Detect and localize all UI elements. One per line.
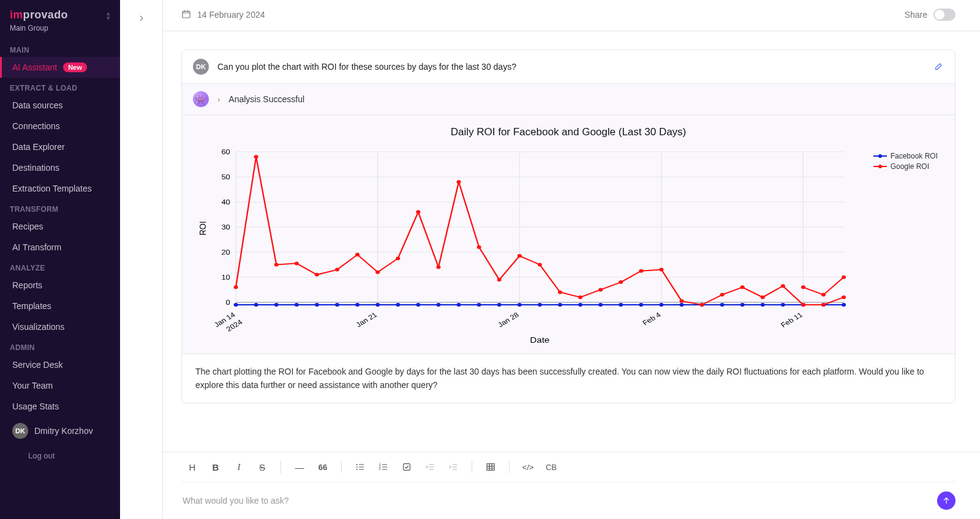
svg-text:60: 60 [221, 148, 230, 156]
svg-point-88 [801, 303, 805, 307]
svg-point-79 [619, 280, 623, 284]
svg-point-43 [518, 303, 522, 307]
assistant-avatar: 👾 [193, 91, 209, 107]
nav-service-desk[interactable]: Service Desk [0, 354, 120, 375]
nav-destinations[interactable]: Destinations [0, 157, 120, 178]
svg-point-47 [598, 303, 603, 307]
indent-button[interactable] [445, 458, 462, 476]
svg-point-35 [355, 303, 360, 307]
chat-card: DK Can you plot the chart with ROI for t… [181, 50, 956, 403]
svg-point-72 [477, 245, 481, 249]
svg-point-96 [356, 469, 358, 470]
svg-point-51 [679, 303, 684, 307]
svg-text:0: 0 [226, 299, 231, 307]
code-button[interactable]: </> [519, 458, 537, 476]
svg-text:Feb 11: Feb 11 [779, 311, 805, 329]
bullet-list-button[interactable] [352, 458, 369, 476]
nav-visualizations[interactable]: Visualizations [0, 316, 120, 337]
nav-extraction-templates[interactable]: Extraction Templates [0, 178, 120, 199]
svg-point-39 [436, 303, 440, 307]
svg-point-65 [335, 268, 339, 272]
prompt-text: Can you plot the chart with ROI for thes… [217, 62, 925, 72]
nav-data-sources[interactable]: Data sources [0, 95, 120, 116]
legend-label-google: Google ROI [891, 162, 929, 171]
svg-text:3: 3 [379, 468, 381, 471]
legend-label-facebook: Facebook ROI [891, 152, 938, 160]
svg-point-59 [842, 303, 846, 307]
nav-templates[interactable]: Templates [0, 296, 120, 316]
logout-button[interactable]: Log out [0, 445, 120, 469]
svg-point-71 [456, 180, 461, 184]
nav-ai-assistant[interactable]: AI Assistant New [0, 57, 120, 78]
svg-text:Jan 28: Jan 28 [496, 311, 521, 329]
svg-point-92 [821, 293, 826, 297]
bold-button[interactable]: B [207, 458, 224, 476]
response-summary: The chart plotting the ROI for Facebook … [182, 354, 955, 403]
heading-button[interactable]: H [184, 458, 201, 476]
svg-text:ROI: ROI [197, 221, 208, 235]
svg-rect-101 [487, 464, 494, 471]
svg-point-73 [497, 278, 502, 282]
svg-point-89 [821, 303, 826, 307]
svg-point-46 [578, 303, 582, 307]
svg-point-48 [619, 303, 623, 307]
svg-point-53 [720, 303, 725, 307]
group-switcher-icon[interactable]: ▴▾ [107, 10, 110, 20]
nav-recipes[interactable]: Recipes [0, 216, 120, 237]
svg-rect-100 [404, 464, 410, 471]
svg-point-29 [234, 303, 238, 307]
table-button[interactable] [482, 458, 499, 476]
svg-point-44 [538, 303, 542, 307]
svg-point-70 [436, 266, 440, 269]
group-label: Main Group [0, 24, 120, 40]
svg-point-32 [295, 303, 299, 307]
svg-text:Date: Date [530, 335, 549, 345]
share-label: Share [905, 10, 927, 20]
session-date: 14 February 2024 [197, 10, 265, 20]
user-row[interactable]: DK Dmitry Korzhov [0, 417, 120, 445]
chart-title: Daily ROI for Facebook and Google (Last … [193, 126, 944, 138]
svg-point-91 [801, 285, 805, 289]
codeblock-button[interactable]: CB [543, 458, 560, 476]
outdent-button[interactable] [421, 458, 439, 476]
svg-point-85 [741, 285, 745, 289]
hr-button[interactable]: — [291, 458, 308, 476]
quote-button[interactable]: 66 [314, 458, 331, 476]
forward-icon[interactable] [137, 13, 146, 519]
nav-data-explorer[interactable]: Data Explorer [0, 136, 120, 157]
svg-point-87 [781, 284, 785, 288]
section-extract: EXTRACT & LOAD [0, 78, 120, 95]
nav-reports[interactable]: Reports [0, 275, 120, 296]
svg-text:10: 10 [221, 274, 230, 282]
svg-point-93 [842, 275, 846, 279]
share-toggle[interactable] [933, 9, 956, 21]
chart: 0102030405060Jan 142024Jan 21Jan 28Feb 4… [193, 146, 944, 348]
svg-rect-0 [183, 11, 190, 18]
svg-point-84 [720, 293, 725, 297]
checkbox-button[interactable] [398, 458, 415, 476]
nav-your-team[interactable]: Your Team [0, 375, 120, 396]
svg-point-37 [396, 303, 400, 307]
svg-text:30: 30 [221, 223, 230, 231]
send-button[interactable] [937, 491, 956, 510]
nav-usage-stats[interactable]: Usage Stats [0, 396, 120, 417]
chart-area: Daily ROI for Facebook and Google (Last … [182, 115, 955, 354]
edit-prompt-icon[interactable] [934, 61, 944, 73]
svg-point-81 [659, 268, 663, 272]
section-analyze: ANALYZE [0, 258, 120, 275]
nav-ai-transform[interactable]: AI Transform [0, 237, 120, 258]
chevron-right-icon: › [217, 95, 220, 104]
response-header[interactable]: 👾 › Analysis Successful [182, 84, 955, 115]
svg-point-64 [315, 273, 319, 277]
ordered-list-button[interactable]: 123 [375, 458, 392, 476]
svg-point-69 [416, 210, 420, 214]
svg-point-38 [416, 303, 420, 307]
nav-connections[interactable]: Connections [0, 116, 120, 136]
italic-button[interactable]: I [230, 458, 247, 476]
svg-point-61 [254, 155, 258, 159]
strike-button[interactable]: S [254, 458, 271, 476]
svg-point-77 [578, 296, 582, 299]
composer-input[interactable] [181, 491, 930, 510]
svg-point-74 [518, 254, 522, 258]
svg-point-83 [699, 303, 704, 307]
